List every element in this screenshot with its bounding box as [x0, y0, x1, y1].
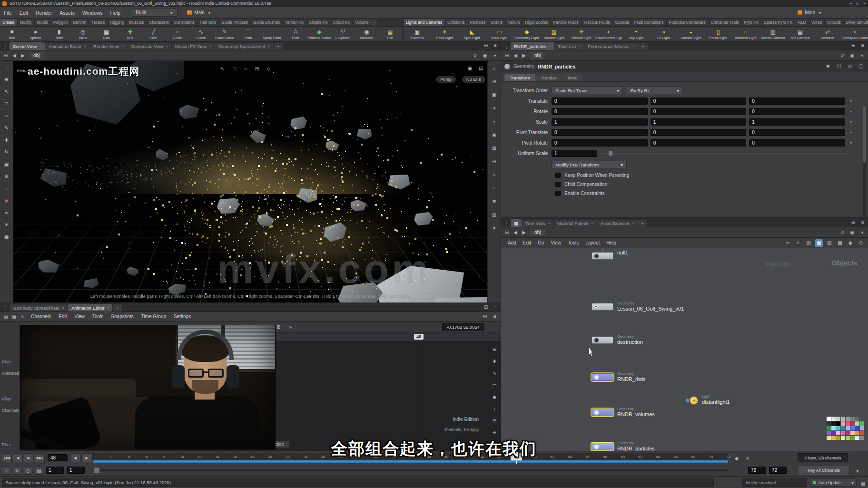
param-pivot-translate-0[interactable]: 0	[552, 129, 648, 136]
params-path-crumb[interactable]: obj	[530, 52, 545, 59]
pane-link-icon[interactable]: ⊟	[2, 52, 10, 59]
param-rotate-0[interactable]: 0	[552, 108, 648, 115]
close-tab-icon[interactable]: ×	[267, 44, 270, 49]
translate-tool-icon[interactable]: ✚	[3, 136, 10, 144]
shelf-tool-switcher[interactable]: ⇄Switcher	[814, 27, 842, 41]
palette-swatch[interactable]	[831, 417, 836, 421]
pane-handle-icon[interactable]: ⋮	[503, 42, 510, 50]
uniform-scale-field[interactable]: 1	[552, 150, 597, 157]
uniform-scale-slider[interactable]	[601, 150, 851, 156]
shelf-tool-metaball[interactable]: ◉Metaball	[355, 27, 378, 41]
scale-tool-icon[interactable]: ▣	[3, 160, 10, 168]
graph-view-icon[interactable]: ∿	[19, 313, 27, 321]
snip-wires-icon[interactable]: ✂	[784, 239, 791, 247]
perspective-button[interactable]: Persp	[436, 76, 456, 83]
scene-viewport[interactable]: View ae-houdini.com工程网 ↖□∩⊞◇ ▣▤ Persp No…	[13, 61, 487, 303]
minimize-button[interactable]: –	[849, 1, 852, 6]
construction-plane-icon[interactable]: ⊞	[253, 65, 261, 72]
key-all-channels-button[interactable]: Key All Channels	[798, 466, 850, 475]
smooth-keys-icon[interactable]: ∿	[286, 323, 294, 331]
shelf-tool-stereo-camera[interactable]: ▥Stereo Camera	[760, 27, 787, 41]
tab-render-view[interactable]: Render View×	[90, 43, 127, 50]
split-pane-icon[interactable]: ⊞	[849, 41, 857, 49]
shelf-tool-null[interactable]: ✚Null	[118, 27, 142, 41]
new-tab-button[interactable]: +	[638, 220, 648, 227]
pane-menu-icon[interactable]: ≡	[859, 218, 867, 226]
range-end-field[interactable]: 72	[748, 467, 766, 474]
shelf-tab-texture[interactable]: Texture	[89, 19, 108, 26]
checkbox-child-compensation[interactable]	[555, 182, 561, 187]
pose-tool-icon[interactable]: ⊕	[3, 173, 10, 180]
shelf-tool-geometry-light[interactable]: ◆Geometry Light	[513, 27, 541, 41]
tab-composite-view[interactable]: Composite View×	[128, 43, 171, 50]
palette-swatch[interactable]	[855, 417, 859, 421]
nav-back-icon[interactable]: ◀	[512, 229, 519, 236]
palette-swatch[interactable]	[831, 421, 836, 426]
shelf-tab-wires[interactable]: Wires	[809, 19, 825, 26]
palette-swatch[interactable]	[841, 421, 845, 426]
tab-scene-view[interactable]: Scene View×	[10, 42, 45, 50]
node-destruction[interactable]: Geometrydestruction	[592, 336, 613, 344]
playback-range-bar[interactable]	[93, 460, 728, 463]
param-rotate-1[interactable]: 0	[651, 108, 747, 115]
box-pick-icon[interactable]: □	[3, 100, 10, 107]
shelf-tab-vellum[interactable]: Vellum	[505, 19, 523, 26]
close-button[interactable]: ×	[863, 1, 866, 6]
info-icon[interactable]: ⓘ	[857, 63, 865, 70]
anim-menu-edit[interactable]: Edit	[55, 312, 70, 322]
anim-menu-snapshots[interactable]: Snapshots	[108, 312, 137, 322]
shelf-tab-create[interactable]: Create	[0, 19, 18, 26]
shelf-tab-oceans[interactable]: Oceans	[612, 19, 631, 26]
anim-menu-time-group[interactable]: Time Group	[138, 312, 169, 322]
palette-swatch[interactable]	[827, 417, 831, 421]
range-start-field[interactable]: 1	[46, 467, 64, 474]
close-tab-icon[interactable]: ×	[107, 306, 109, 310]
shelf-tool-circle[interactable]: ○Circle	[166, 27, 189, 41]
pane-menu-icon[interactable]: ≡	[492, 41, 499, 49]
net-menu-edit[interactable]: Edit	[520, 238, 534, 248]
new-tab-button[interactable]: +	[113, 304, 122, 312]
pane-grip-icon[interactable]: ⋮	[3, 63, 10, 71]
rotate-order-select[interactable]: Rx Ry Rz ▾	[627, 87, 683, 94]
slider-handle[interactable]	[609, 151, 612, 156]
network-path-crumb[interactable]: obj	[530, 229, 545, 236]
path-menu-icon[interactable]: ▾	[858, 229, 866, 236]
grid-view-icon[interactable]: ▦	[815, 239, 823, 247]
pane-menu-icon[interactable]: ≡	[859, 41, 867, 49]
node-lesson-06-golf-swing-v01[interactable]: GeometryLesson_06_Golf_Swing_v01	[592, 303, 613, 311]
palette-swatch[interactable]	[860, 421, 864, 426]
node-rndr-rbds[interactable]: GeometryRNDR_rbds	[592, 373, 613, 381]
main-desktop-left[interactable]: Main ▾	[187, 9, 212, 17]
shelf-tool-vr-camera[interactable]: ▤VR Camera	[787, 27, 814, 41]
close-tab-icon[interactable]: ×	[62, 306, 64, 310]
palette-swatch[interactable]	[860, 431, 864, 435]
palette-swatch[interactable]	[836, 421, 840, 426]
snapshot-icon[interactable]: ○	[491, 171, 498, 178]
maximize-button[interactable]: □	[856, 1, 858, 6]
pin-icon[interactable]: ◉	[481, 52, 489, 59]
close-tab-icon[interactable]: ×	[632, 44, 635, 49]
param-pivot-rotate-0[interactable]: 0	[552, 139, 648, 146]
param-translate-2[interactable]: 0	[749, 98, 845, 105]
key-diamond-icon[interactable]: ◆	[491, 393, 498, 400]
shelf-tool-volume-light[interactable]: ▨Volume Light	[541, 27, 568, 41]
shelf-tab-model[interactable]: Model	[35, 19, 51, 26]
palette-swatch[interactable]	[850, 431, 855, 435]
palette-swatch[interactable]	[827, 431, 831, 435]
set-key-icon[interactable]: ◆	[3, 197, 10, 205]
gear-icon[interactable]: ✱	[824, 63, 832, 70]
nav-back-icon[interactable]: ◀	[10, 52, 18, 59]
pane-handle-icon[interactable]: ⋮	[1, 42, 9, 50]
shelf-tool-ambient-light[interactable]: ○Ambient Light	[732, 27, 760, 41]
parm-menu-icon[interactable]: ▾	[848, 107, 854, 115]
anim-menu-view[interactable]: View	[71, 312, 89, 322]
close-tab-icon[interactable]: ×	[84, 44, 86, 49]
palette-swatch[interactable]	[846, 431, 850, 435]
scene-path-crumb[interactable]: obj	[29, 52, 44, 59]
net-menu-go[interactable]: Go	[534, 238, 547, 248]
status-path-field[interactable]: /obj/destruction/...	[742, 478, 807, 487]
palette-swatch[interactable]	[836, 431, 840, 435]
palette-swatch[interactable]	[841, 431, 845, 435]
palette-swatch[interactable]	[850, 421, 855, 426]
shelf-tool-spray-paint[interactable]: ∴Spray Paint	[260, 27, 284, 41]
